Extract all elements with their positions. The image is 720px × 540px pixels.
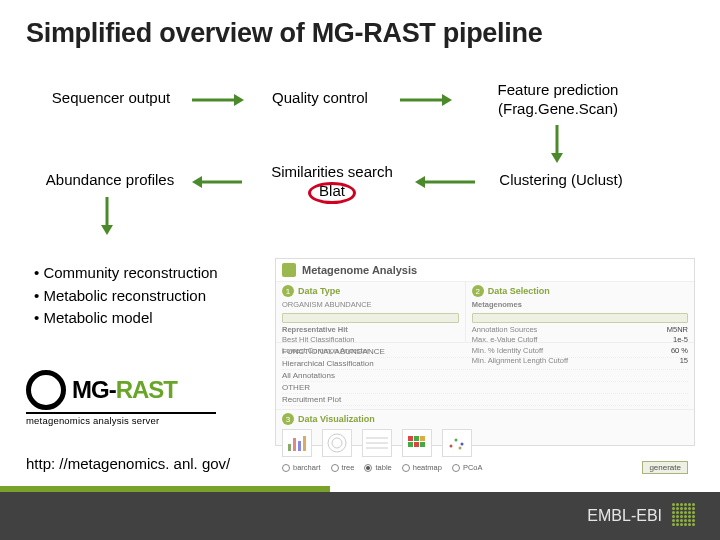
- svg-rect-14: [298, 441, 301, 451]
- chart-thumb-icon: [402, 429, 432, 457]
- highlight-circle-icon: [308, 182, 356, 204]
- svg-marker-7: [415, 176, 425, 188]
- radio-label: tree: [342, 463, 355, 472]
- node-line: (Frag.Gene.Scan): [498, 100, 618, 117]
- pipeline-flow: Sequencer output Quality control Feature…: [0, 49, 720, 219]
- ebi-logo-icon: [672, 503, 698, 529]
- step-badge: 3: [282, 413, 294, 425]
- arrow-icon: [190, 93, 244, 107]
- embedded-screenshot: Metagenome Analysis 1 Data Type ORGANISM…: [275, 258, 695, 446]
- radio-icon: [452, 464, 460, 472]
- radio-icon: [331, 464, 339, 472]
- svg-point-27: [450, 445, 453, 448]
- slide-title: Simplified overview of MG-RAST pipeline: [0, 0, 720, 49]
- field-label: Representative Hit: [282, 325, 459, 336]
- dropdown: [282, 313, 459, 323]
- field-label: Lowest Common Ancestor: [282, 346, 459, 357]
- svg-marker-1: [234, 94, 244, 106]
- field-key: Max. e-Value Cutoff: [472, 335, 538, 346]
- logo-subtitle: metagenomics analysis server: [26, 412, 216, 426]
- radio-icon: [402, 464, 410, 472]
- svg-rect-24: [408, 442, 413, 447]
- node-abundance: Abundance profiles: [30, 171, 190, 190]
- radio-label: table: [375, 463, 391, 472]
- chart-thumb-icon: [362, 429, 392, 457]
- node-clustering: Clustering (Uclust): [486, 171, 636, 190]
- mgrast-logo: MG-RAST metagenomics analysis server: [26, 370, 216, 426]
- svg-rect-15: [303, 436, 306, 451]
- bullet-item: Metabolic model: [34, 307, 218, 330]
- node-line: Feature prediction: [498, 81, 619, 98]
- radio-icon: [282, 464, 290, 472]
- field-value: M5NR: [667, 325, 688, 336]
- node-feature-prediction: Feature prediction (Frag.Gene.Scan): [468, 81, 648, 119]
- app-icon: [282, 263, 296, 277]
- bullet-item: Metabolic reconstruction: [34, 285, 218, 308]
- field-label: Recruitment Plot: [282, 394, 688, 406]
- field-label: ORGANISM ABUNDANCE: [282, 300, 459, 311]
- field-value: 15: [680, 356, 688, 367]
- pane-title: Data Type: [298, 286, 340, 296]
- logo-prefix: MG-: [72, 376, 116, 403]
- field-value: 1e-5: [673, 335, 688, 346]
- svg-rect-12: [288, 444, 291, 451]
- pane-title: Data Visualization: [298, 414, 375, 424]
- generate-button: generate: [642, 461, 688, 474]
- svg-rect-13: [293, 438, 296, 451]
- chart-thumb-icon: [322, 429, 352, 457]
- arrow-down-icon: [100, 195, 114, 235]
- svg-rect-22: [414, 436, 419, 441]
- radio-label: PCoA: [463, 463, 483, 472]
- arrow-left-icon: [413, 175, 477, 189]
- svg-marker-9: [192, 176, 202, 188]
- gear-icon: [26, 370, 66, 410]
- arrow-left-icon: [190, 175, 244, 189]
- bullet-item: Community reconstruction: [34, 262, 218, 285]
- url-text: http: //metagenomics. anl. gov/: [26, 455, 230, 472]
- node-sequencer-output: Sequencer output: [36, 89, 186, 108]
- field-key: Min. Alignment Length Cutoff: [472, 356, 568, 367]
- svg-rect-26: [420, 442, 425, 447]
- arrow-down-icon: [550, 123, 564, 163]
- svg-marker-11: [101, 225, 113, 235]
- chart-thumb-icon: [282, 429, 312, 457]
- node-quality-control: Quality control: [255, 89, 385, 108]
- svg-marker-3: [442, 94, 452, 106]
- field-label: All Annotations: [282, 370, 688, 382]
- svg-rect-25: [414, 442, 419, 447]
- svg-point-30: [459, 447, 462, 450]
- arrow-icon: [398, 93, 452, 107]
- pane-title: Data Selection: [488, 286, 550, 296]
- svg-point-16: [328, 434, 346, 452]
- chart-thumb-icon: [442, 429, 472, 457]
- svg-marker-5: [551, 153, 563, 163]
- field-label: Best Hit Classification: [282, 335, 459, 346]
- radio-label: heatmap: [413, 463, 442, 472]
- svg-rect-21: [408, 436, 413, 441]
- footer-brand: EMBL-EBI: [587, 507, 662, 525]
- field-value: 60 %: [671, 346, 688, 357]
- svg-point-17: [332, 438, 342, 448]
- node-line: Similarities search: [271, 163, 393, 180]
- step-badge: 1: [282, 285, 294, 297]
- dropdown: [472, 313, 688, 323]
- field-key: Annotation Sources: [472, 325, 537, 336]
- field-label: OTHER: [282, 382, 688, 394]
- radio-label: barchart: [293, 463, 321, 472]
- radio-icon: [364, 464, 372, 472]
- footer: EMBL-EBI: [0, 492, 720, 540]
- svg-point-29: [461, 443, 464, 446]
- panel-title: Metagenome Analysis: [302, 264, 417, 276]
- field-label: Metagenomes: [472, 300, 688, 311]
- step-badge: 2: [472, 285, 484, 297]
- svg-point-28: [455, 439, 458, 442]
- svg-rect-23: [420, 436, 425, 441]
- logo-suffix: RAST: [116, 376, 177, 403]
- bullet-list: Community reconstruction Metabolic recon…: [34, 262, 218, 330]
- field-key: Min. % Identity Cutoff: [472, 346, 543, 357]
